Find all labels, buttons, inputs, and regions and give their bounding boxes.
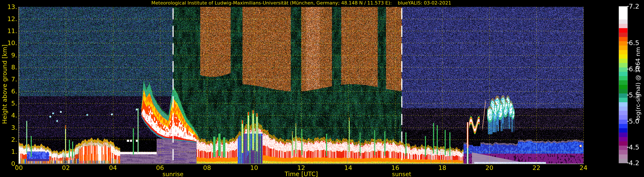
x-tick-label: 16 xyxy=(392,164,399,171)
colorbar-segment xyxy=(619,50,628,54)
colorbar-tick-label: 4.5 xyxy=(629,143,639,151)
y-tick-label: 13. xyxy=(7,3,17,11)
colorbar-segment xyxy=(619,107,628,111)
colorbar-segment xyxy=(619,59,628,63)
colorbar-segment xyxy=(619,102,628,107)
colorbar-tick-label: 6.5 xyxy=(629,39,639,47)
y-tick-label: 10. xyxy=(7,39,17,47)
colorbar-segment xyxy=(619,93,628,98)
x-tick-label: 24 xyxy=(580,164,588,171)
colorbar-segment xyxy=(619,63,628,67)
colorbar-segment xyxy=(619,41,628,46)
y-tick-label: 3. xyxy=(11,124,17,131)
x-tick-label: 22 xyxy=(532,164,540,171)
colorbar-segment xyxy=(619,132,628,137)
colorbar-tick-mark xyxy=(627,69,629,69)
colorbar-tick-label: 4.2 xyxy=(629,159,639,167)
colorbar-segment xyxy=(619,11,628,15)
y-tick-label: 0. xyxy=(11,160,17,167)
colorbar-tick-label: 7.2 xyxy=(629,2,639,10)
colorbar-segment xyxy=(619,89,628,93)
y-tick-label: 7. xyxy=(11,76,17,83)
colorbar-segment xyxy=(619,33,628,37)
colorbar-segment xyxy=(619,128,628,132)
colorbar-segment xyxy=(619,85,628,89)
lidar-heatmap-canvas xyxy=(0,0,644,177)
colorbar-label: log(rc-signal) @ 1064 nm xyxy=(634,47,641,120)
x-tick-label: 12 xyxy=(297,164,305,171)
y-tick-label: 4. xyxy=(11,112,17,119)
colorbar-segment xyxy=(619,54,628,59)
y-axis-label: Height above ground [km] xyxy=(1,45,8,124)
colorbar-segment xyxy=(619,137,628,141)
page-title: Meteorological Institute of Ludwig-Maxim… xyxy=(151,0,451,6)
y-tick-label: 2. xyxy=(11,136,17,143)
colorbar-tick-mark xyxy=(627,6,629,7)
colorbar-segment xyxy=(619,159,628,163)
colorbar-segment xyxy=(619,28,628,33)
y-tick-label: 6. xyxy=(11,88,17,95)
x-tick-label: 08 xyxy=(203,164,211,171)
colorbar-segment xyxy=(619,20,628,24)
y-tick-label: 9. xyxy=(11,52,17,59)
colorbar-segment xyxy=(619,80,628,85)
x-tick-label: 02 xyxy=(62,164,70,171)
colorbar-segment xyxy=(619,76,628,80)
colorbar-segment xyxy=(619,111,628,115)
colorbar-tick-mark xyxy=(627,121,629,122)
y-tick-label: 11. xyxy=(7,27,17,35)
x-axis-label: Time [UTC] xyxy=(285,170,318,177)
colorbar-segment xyxy=(619,124,628,128)
y-tick-label: 5. xyxy=(11,100,17,107)
y-tick-label: 8. xyxy=(11,64,17,71)
colorbar-segment xyxy=(619,150,628,154)
colorbar-segment xyxy=(619,154,628,159)
colorbar-tick-mark xyxy=(627,163,629,163)
colorbar-segment xyxy=(619,98,628,102)
sunset-label: sunset xyxy=(392,171,412,177)
colorbar-tick-mark xyxy=(627,95,629,95)
x-tick-label: 14 xyxy=(344,164,352,171)
colorbar-segment xyxy=(619,37,628,41)
sunrise-label: sunrise xyxy=(162,171,184,177)
x-tick-label: 06 xyxy=(156,164,164,171)
colorbar-segment xyxy=(619,24,628,28)
colorbar-tick-mark xyxy=(627,43,629,43)
colorbar-segment xyxy=(619,146,628,150)
colorbar-tick-mark xyxy=(627,147,629,147)
x-tick-label: 20 xyxy=(486,164,493,171)
x-tick-label: 18 xyxy=(438,164,446,171)
x-tick-label: 10 xyxy=(250,164,258,171)
colorbar-segment xyxy=(619,72,628,76)
lidar-quicklook-page: Meteorological Institute of Ludwig-Maxim… xyxy=(0,0,644,177)
y-tick-label: 12. xyxy=(7,15,17,23)
colorbar xyxy=(619,6,628,163)
colorbar-segment xyxy=(619,115,628,119)
colorbar-segment xyxy=(619,15,628,20)
colorbar-segment xyxy=(619,141,628,146)
colorbar-segment xyxy=(619,67,628,72)
colorbar-segment xyxy=(619,120,628,124)
x-tick-label: 04 xyxy=(109,164,117,171)
y-tick-label: 1. xyxy=(11,148,17,155)
colorbar-segment xyxy=(619,46,628,50)
colorbar-segment xyxy=(619,7,628,11)
